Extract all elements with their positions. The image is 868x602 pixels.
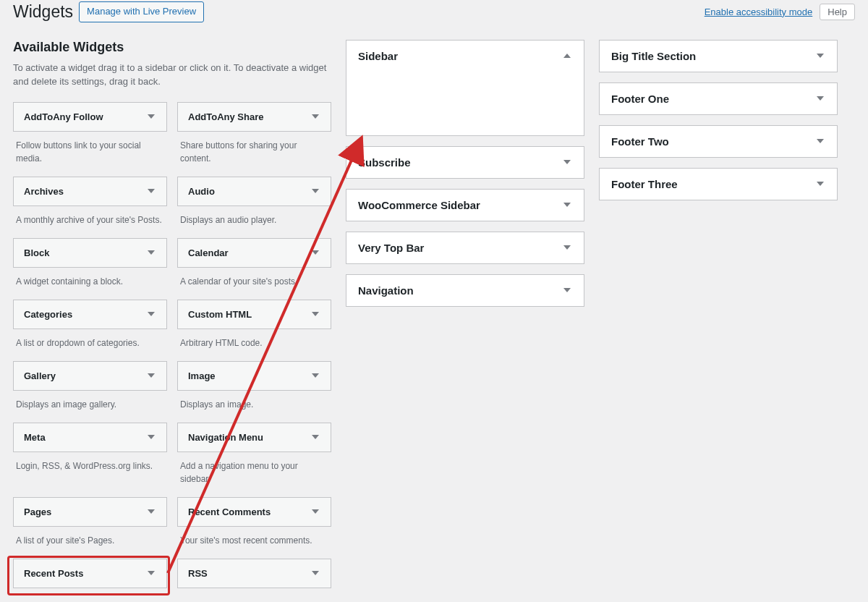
widget-item: AddToAny Follow Follow buttons link to y… xyxy=(13,102,167,174)
widget-area-dropzone[interactable] xyxy=(346,72,584,135)
available-widgets-column: Available Widgets To activate a widget d… xyxy=(13,40,331,602)
widget-navigation-menu[interactable]: Navigation Menu xyxy=(177,423,331,452)
chevron-down-icon xyxy=(817,182,824,186)
chevron-down-icon xyxy=(817,54,824,58)
widget-recent-posts[interactable]: Recent Posts xyxy=(13,559,167,588)
widget-area-title: WooCommerce Sidebar xyxy=(358,199,480,211)
manage-live-preview-button[interactable]: Manage with Live Preview xyxy=(79,1,204,22)
chevron-down-icon xyxy=(312,509,319,514)
widget-label: Gallery xyxy=(24,370,56,381)
widget-label: Calendar xyxy=(188,247,229,258)
widget-block[interactable]: Block xyxy=(13,238,167,268)
sidebar-areas-column: Sidebar Subscribe WooCommerce Sidebar Ve… xyxy=(346,40,584,317)
widget-item: Pages A list of your site's Pages. xyxy=(13,497,167,556)
widget-area-toggle[interactable]: Footer Three xyxy=(600,169,837,200)
page-title: Widgets xyxy=(13,2,73,22)
widget-area-toggle[interactable]: Very Top Bar xyxy=(346,232,584,263)
widget-label: Pages xyxy=(24,506,51,517)
widget-item: Recent Posts xyxy=(13,559,167,602)
widget-label: Navigation Menu xyxy=(188,432,263,443)
page-header: Widgets Manage with Live Preview Enable … xyxy=(13,0,855,27)
widget-area-very-top-bar: Very Top Bar xyxy=(346,232,584,264)
chevron-down-icon xyxy=(563,288,571,292)
widget-area-title: Footer Three xyxy=(611,178,678,190)
widget-desc: Add a navigation menu to your sidebar. xyxy=(177,452,331,494)
help-button[interactable]: Help xyxy=(820,4,855,20)
secondary-areas-column: Big Title Section Footer One Footer Two … xyxy=(599,40,838,211)
widget-rss[interactable]: RSS xyxy=(177,559,331,588)
widget-item: Gallery Displays an image gallery. xyxy=(13,361,167,420)
widget-item: Audio Displays an audio player. xyxy=(177,177,331,235)
widget-area-subscribe: Subscribe xyxy=(346,146,584,179)
chevron-down-icon xyxy=(817,139,824,143)
widget-addtoany-follow[interactable]: AddToAny Follow xyxy=(13,102,167,132)
available-widgets-heading: Available Widgets xyxy=(13,40,331,55)
widget-label: AddToAny Follow xyxy=(24,111,103,122)
chevron-down-icon xyxy=(817,96,824,101)
widget-label: Meta xyxy=(24,432,46,443)
widget-area-toggle[interactable]: Footer Two xyxy=(600,126,837,157)
widget-area-title: Footer One xyxy=(611,93,669,105)
widget-meta[interactable]: Meta xyxy=(13,423,167,452)
available-widgets-help: To activate a widget drag it to a sideba… xyxy=(13,61,331,89)
widget-item: Calendar A calendar of your site's posts… xyxy=(177,238,331,297)
chevron-down-icon xyxy=(312,312,319,316)
chevron-down-icon xyxy=(312,373,319,378)
chevron-down-icon xyxy=(148,250,155,255)
widget-area-title: Subscribe xyxy=(358,156,411,169)
widget-label: Categories xyxy=(24,309,72,320)
widget-desc: Your site's most recent comments. xyxy=(177,527,331,556)
widget-custom-html[interactable]: Custom HTML xyxy=(177,300,331,329)
widget-desc: Displays an image gallery. xyxy=(13,391,167,420)
widget-desc: Login, RSS, & WordPress.org links. xyxy=(13,452,167,481)
widget-addtoany-share[interactable]: AddToAny Share xyxy=(177,102,331,132)
widget-area-toggle[interactable]: Subscribe xyxy=(346,147,584,178)
widget-area-footer-three: Footer Three xyxy=(599,168,838,200)
widget-item: Block A widget containing a block. xyxy=(13,238,167,297)
widget-calendar[interactable]: Calendar xyxy=(177,238,331,268)
chevron-down-icon xyxy=(148,312,155,316)
chevron-down-icon xyxy=(312,250,319,255)
widget-area-footer-one: Footer One xyxy=(599,82,838,115)
widget-archives[interactable]: Archives xyxy=(13,177,167,206)
widget-area-toggle[interactable]: Footer One xyxy=(600,83,837,114)
widget-area-toggle[interactable]: Sidebar xyxy=(346,41,584,72)
widget-desc: A monthly archive of your site's Posts. xyxy=(13,206,167,235)
enable-accessibility-link[interactable]: Enable accessibility mode xyxy=(705,7,813,17)
widget-area-toggle[interactable]: Navigation xyxy=(346,275,584,306)
widget-categories[interactable]: Categories xyxy=(13,300,167,329)
widget-desc: Displays an audio player. xyxy=(177,206,331,235)
widget-audio[interactable]: Audio xyxy=(177,177,331,206)
widget-label: Image xyxy=(188,370,216,381)
widget-area-navigation: Navigation xyxy=(346,274,584,307)
widget-area-toggle[interactable]: Big Title Section xyxy=(600,41,837,72)
widget-area-title: Navigation xyxy=(358,284,414,297)
widget-item: Recent Comments Your site's most recent … xyxy=(177,497,331,556)
widget-desc xyxy=(13,588,167,602)
widget-area-title: Sidebar xyxy=(358,50,398,62)
widget-recent-comments[interactable]: Recent Comments xyxy=(177,497,331,527)
widget-item: Meta Login, RSS, & WordPress.org links. xyxy=(13,423,167,494)
chevron-up-icon xyxy=(563,54,571,58)
widget-desc: Follow buttons link to your social media… xyxy=(13,132,167,174)
widget-label: Audio xyxy=(188,186,215,197)
chevron-down-icon xyxy=(563,245,571,250)
widget-area-title: Big Title Section xyxy=(611,50,696,62)
widget-item: Navigation Menu Add a navigation menu to… xyxy=(177,423,331,494)
chevron-down-icon xyxy=(148,114,155,119)
widget-desc: A list of your site's Pages. xyxy=(13,527,167,556)
widget-item: Custom HTML Arbitrary HTML code. xyxy=(177,300,331,358)
widget-area-toggle[interactable]: WooCommerce Sidebar xyxy=(346,190,584,221)
widget-label: Custom HTML xyxy=(188,309,252,320)
widget-desc xyxy=(177,588,331,602)
chevron-down-icon xyxy=(563,160,571,164)
widget-label: Recent Posts xyxy=(24,568,83,579)
chevron-down-icon xyxy=(312,114,319,119)
widget-image[interactable]: Image xyxy=(177,361,331,391)
widget-pages[interactable]: Pages xyxy=(13,497,167,527)
chevron-down-icon xyxy=(312,571,319,575)
widget-item: RSS xyxy=(177,559,331,602)
widget-area-title: Footer Two xyxy=(611,135,669,148)
widget-item: Image Displays an image. xyxy=(177,361,331,420)
widget-gallery[interactable]: Gallery xyxy=(13,361,167,391)
